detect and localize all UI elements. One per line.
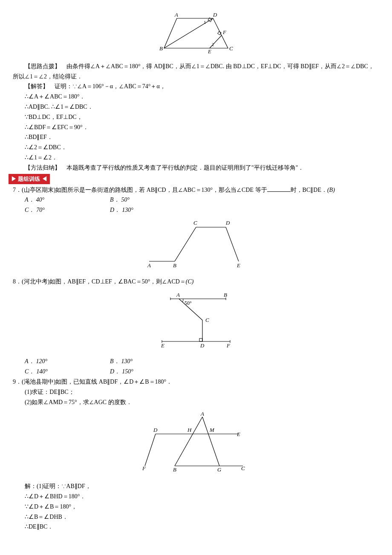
label-a: A [174,12,178,18]
label-c: C [229,45,233,52]
q8-stem: 8．(河北中考)如图，AB∥EF，CD⊥EF，∠BAC＝50°，则∠ACD＝(C… [13,277,379,287]
q8-stem-text: 如图，AB∥EF，CD⊥EF，∠BAC＝50°，则∠ACD＝ [49,278,186,285]
q9-sol-l4: ∴DE∥BC． [13,522,379,532]
q7-line-bc [175,227,196,261]
q7-le: E [236,262,240,269]
q9-src: (渑池县期中) [22,379,55,385]
q9-lm: M [209,427,215,433]
q8-lb: B [224,292,227,298]
q8-opt-b: B．130° [110,356,195,367]
q9-lf: F [142,465,146,471]
label-b: B [159,45,163,52]
q7-src: (山亭区期末) [22,187,55,193]
solve-l2: ∴AD∥BC. ∴∠1＝∠DBC． [13,102,379,112]
q9-lh: H [187,427,192,433]
q8-options-row2: C．140° D．150° [13,367,379,377]
q8-opt-a-val: 120° [36,358,48,364]
q9-line-fd [145,434,156,466]
q7-opt-c-val: 70° [36,207,45,213]
q9-p1: (1)求证：DE∥BC； [13,387,379,397]
q7-opt-c: C．70° [25,205,110,215]
q7-lb: B [173,262,176,269]
q8-opt-d: D．150° [110,367,195,377]
q8-src: (河北中考) [22,278,49,285]
q9-num: 9． [13,379,22,385]
q7-tail: 时，BC∥DE． [291,187,327,193]
banner-left: ▶ [11,176,17,182]
q8-num: 8． [13,278,22,285]
q8-lf: F [226,342,231,349]
svg-top: A D B C E F 1 2 [153,12,239,55]
q9-stem-text: 如图，已知直线 AB∥DF，∠D＋∠B＝180°． [55,379,172,385]
q7-answer: (B) [327,187,335,193]
solve-l7: ∴∠1＝∠2． [13,153,379,163]
figure-q7: A B C D E [13,219,379,273]
method-text: 本题既考查了平行线的性质又考查了平行线的判定．题目的证明用到了"平行线迁移等角"… [61,165,304,171]
method-para: 【方法归纳】 本题既考查了平行线的性质又考查了平行线的判定．题目的证明用到了"平… [13,163,379,173]
q7-opt-a: A．40° [25,195,110,205]
q7-num: 7． [13,187,22,193]
q9-ld: D [153,427,158,433]
q8-50: 50° [184,300,192,306]
q8-options-row1: A．120° B．130° [13,356,379,367]
svg-q7: A B C D E [141,219,251,270]
svg-q8: A B C E D F 50° [153,290,239,350]
q9-line-ba [175,417,202,466]
label-1: 1 [204,20,206,25]
solve-l3: ∵BD⊥DC，EF⊥DC， [13,112,379,122]
thought-text: 由条件得∠A＋∠ABC＝180°，得 AD∥BC，从而∠1＝∠DBC. 由 BD… [13,63,374,80]
thought-label: 【思路点拨】 [25,63,61,69]
q7-blank [267,185,291,192]
q8-arc [182,299,183,302]
label-e: E [208,48,211,55]
q7-opt-d-val: 130° [122,207,133,213]
banner-wrap: ▶ 题组训练 ◀ [9,174,379,184]
solve-lead-text: 证明：∵∠A＝106°－α，∠ABC＝74°＋α， [49,83,166,90]
q9-sol-l1: ∴∠D＋∠BHD＝180°． [13,491,379,502]
q7-opt-b: B．50° [110,195,195,205]
svg-q9: A D H M E F B G C [136,410,256,474]
solve-label: 【解答】 [25,83,49,90]
q9-line-ag [202,417,219,466]
q7-ld: D [225,220,230,226]
q9-lc: C [241,465,245,471]
figure-q8: A B C E D F 50° [13,290,379,353]
q8-answer: (C) [186,278,194,285]
quad-abcd [164,18,228,48]
banner-text: 题组训练 [18,176,40,182]
label-f: F [222,29,227,35]
q9-sol-l2: ∵∠D＋∠B＝180°， [13,502,379,512]
q7-stem-text: 如图所示是一条街道的路线图，若 AB∥CD，且∠ABC＝130°，那么当∠CDE… [55,187,267,193]
q8-opt-a: A．120° [25,356,110,367]
solve-l4: ∴∠BDF＝∠EFC＝90°． [13,122,379,133]
q8-la: A [176,292,180,298]
label-d: D [213,12,217,18]
solve-l5: ∴BD∥EF． [13,132,379,142]
q7-opt-b-val: 50° [121,197,130,203]
q8-right-angle [199,338,202,341]
figure-top: A D B C E F 1 2 [13,12,379,58]
solve-l6: ∴∠2＝∠DBC． [13,142,379,153]
q8-le: E [161,342,164,349]
q7-opt-a-val: 40° [36,197,45,203]
banner-right: ◀ [42,176,47,182]
q9-lg: G [217,466,222,473]
label-2: 2 [212,42,214,47]
q7-line-de [226,227,239,261]
q7-stem: 7．(山亭区期末)如图所示是一条街道的路线图，若 AB∥CD，且∠ABC＝130… [13,185,379,195]
q7-lc: C [193,220,197,226]
q7-opt-d: D．130° [110,205,195,215]
section-banner: ▶ 题组训练 ◀ [9,174,50,184]
q8-opt-c: C．140° [25,367,110,377]
solve-lead: 【解答】 证明：∵∠A＝106°－α，∠ABC＝74°＋α， [13,81,379,92]
q8-lc: C [205,317,209,323]
q7-options-row2: C．70° D．130° [13,205,379,215]
q8-ld: D [200,342,205,349]
method-label: 【方法归纳】 [25,165,61,171]
q9-sol-l3: ∴∠B＝∠DHB． [13,512,379,522]
q9-la: A [200,410,204,417]
q9-stem: 9．(渑池县期中)如图，已知直线 AB∥DF，∠D＋∠B＝180°． [13,377,379,387]
thought-para: 【思路点拨】 由条件得∠A＋∠ABC＝180°，得 AD∥BC，从而∠1＝∠DB… [13,61,379,82]
q9-p2: (2)如果∠AMD＝75°，求∠AGC 的度数． [13,397,379,408]
figure-q9: A D H M E F B G C [13,410,379,478]
